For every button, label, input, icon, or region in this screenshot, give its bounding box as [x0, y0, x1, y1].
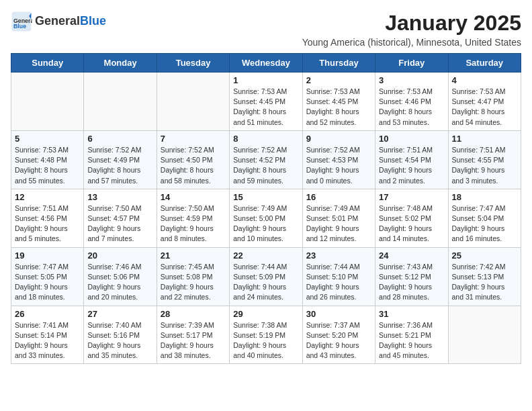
- day-number: 30: [306, 309, 371, 319]
- week-row-3: 19Sunrise: 7:47 AM Sunset: 5:05 PM Dayli…: [11, 247, 521, 306]
- day-info: Sunrise: 7:53 AM Sunset: 4:45 PM Dayligh…: [306, 87, 371, 128]
- day-info: Sunrise: 7:53 AM Sunset: 4:47 PM Dayligh…: [452, 87, 517, 128]
- logo-general-text: General: [35, 14, 80, 28]
- day-number: 13: [87, 192, 152, 202]
- day-number: 19: [15, 250, 80, 261]
- day-info: Sunrise: 7:50 AM Sunset: 4:57 PM Dayligh…: [87, 203, 152, 244]
- calendar-cell: 28Sunrise: 7:39 AM Sunset: 5:17 PM Dayli…: [157, 306, 229, 364]
- calendar-cell: 31Sunrise: 7:36 AM Sunset: 5:21 PM Dayli…: [375, 306, 448, 364]
- day-number: 5: [15, 134, 80, 144]
- day-number: 3: [379, 75, 444, 85]
- day-number: 7: [161, 134, 226, 144]
- calendar-cell: 25Sunrise: 7:42 AM Sunset: 5:13 PM Dayli…: [448, 247, 521, 306]
- day-info: Sunrise: 7:41 AM Sunset: 5:14 PM Dayligh…: [15, 320, 80, 361]
- day-number: 1: [233, 75, 298, 85]
- calendar-subtitle: Young America (historical), Minnesota, U…: [302, 37, 521, 48]
- day-number: 21: [161, 250, 226, 261]
- day-number: 12: [15, 192, 80, 202]
- day-info: Sunrise: 7:50 AM Sunset: 4:59 PM Dayligh…: [161, 203, 226, 244]
- day-number: 17: [379, 192, 444, 202]
- day-number: 16: [306, 192, 371, 202]
- calendar-cell: 3Sunrise: 7:53 AM Sunset: 4:46 PM Daylig…: [375, 73, 448, 131]
- weekday-header-wednesday: Wednesday: [230, 54, 302, 73]
- calendar-cell: 1Sunrise: 7:53 AM Sunset: 4:45 PM Daylig…: [230, 73, 302, 131]
- day-info: Sunrise: 7:53 AM Sunset: 4:45 PM Dayligh…: [233, 87, 298, 128]
- day-info: Sunrise: 7:52 AM Sunset: 4:50 PM Dayligh…: [161, 145, 226, 186]
- day-number: 20: [87, 250, 152, 261]
- day-number: 11: [452, 134, 517, 144]
- calendar-cell: 26Sunrise: 7:41 AM Sunset: 5:14 PM Dayli…: [11, 306, 84, 364]
- logo-icon: General Blue: [11, 11, 32, 32]
- day-info: Sunrise: 7:53 AM Sunset: 4:48 PM Dayligh…: [15, 145, 80, 186]
- calendar-cell: 22Sunrise: 7:44 AM Sunset: 5:09 PM Dayli…: [230, 247, 302, 306]
- day-info: Sunrise: 7:44 AM Sunset: 5:09 PM Dayligh…: [233, 262, 298, 303]
- day-info: Sunrise: 7:38 AM Sunset: 5:19 PM Dayligh…: [233, 320, 298, 361]
- day-number: 4: [452, 75, 517, 85]
- day-number: 29: [233, 309, 298, 319]
- calendar-cell: 6Sunrise: 7:52 AM Sunset: 4:49 PM Daylig…: [84, 130, 157, 189]
- calendar-cell: 2Sunrise: 7:53 AM Sunset: 4:45 PM Daylig…: [302, 73, 375, 131]
- day-info: Sunrise: 7:45 AM Sunset: 5:08 PM Dayligh…: [161, 262, 226, 303]
- calendar-body: 1Sunrise: 7:53 AM Sunset: 4:45 PM Daylig…: [11, 73, 521, 364]
- title-block: January 2025 Young America (historical),…: [302, 11, 521, 48]
- day-number: 25: [452, 250, 517, 261]
- calendar-title: January 2025: [302, 11, 521, 36]
- week-row-2: 12Sunrise: 7:51 AM Sunset: 4:56 PM Dayli…: [11, 189, 521, 247]
- weekday-header-row: SundayMondayTuesdayWednesdayThursdayFrid…: [11, 54, 521, 73]
- calendar-cell: [11, 73, 84, 131]
- weekday-header-saturday: Saturday: [448, 54, 521, 73]
- calendar-cell: 12Sunrise: 7:51 AM Sunset: 4:56 PM Dayli…: [11, 189, 84, 247]
- calendar-cell: 21Sunrise: 7:45 AM Sunset: 5:08 PM Dayli…: [157, 247, 229, 306]
- day-info: Sunrise: 7:37 AM Sunset: 5:20 PM Dayligh…: [306, 320, 371, 361]
- day-info: Sunrise: 7:49 AM Sunset: 5:00 PM Dayligh…: [233, 203, 298, 244]
- weekday-header-monday: Monday: [84, 54, 157, 73]
- day-number: 26: [15, 309, 80, 319]
- day-number: 2: [306, 75, 371, 85]
- day-info: Sunrise: 7:51 AM Sunset: 4:55 PM Dayligh…: [452, 145, 517, 186]
- day-info: Sunrise: 7:46 AM Sunset: 5:06 PM Dayligh…: [87, 262, 152, 303]
- day-number: 27: [87, 309, 152, 319]
- day-info: Sunrise: 7:49 AM Sunset: 5:01 PM Dayligh…: [306, 203, 371, 244]
- calendar-cell: 8Sunrise: 7:52 AM Sunset: 4:52 PM Daylig…: [230, 130, 302, 189]
- calendar-cell: 13Sunrise: 7:50 AM Sunset: 4:57 PM Dayli…: [84, 189, 157, 247]
- day-info: Sunrise: 7:53 AM Sunset: 4:46 PM Dayligh…: [379, 87, 444, 128]
- logo-blue-text: Blue: [80, 14, 106, 28]
- day-number: 18: [452, 192, 517, 202]
- day-info: Sunrise: 7:52 AM Sunset: 4:52 PM Dayligh…: [233, 145, 298, 186]
- day-number: 24: [379, 250, 444, 261]
- day-info: Sunrise: 7:39 AM Sunset: 5:17 PM Dayligh…: [161, 320, 226, 361]
- day-number: 8: [233, 134, 298, 144]
- logo: General Blue GeneralBlue: [11, 11, 106, 32]
- calendar-cell: [448, 306, 521, 364]
- calendar-cell: 29Sunrise: 7:38 AM Sunset: 5:19 PM Dayli…: [230, 306, 302, 364]
- day-number: 6: [87, 134, 152, 144]
- calendar-cell: 5Sunrise: 7:53 AM Sunset: 4:48 PM Daylig…: [11, 130, 84, 189]
- day-info: Sunrise: 7:36 AM Sunset: 5:21 PM Dayligh…: [379, 320, 444, 361]
- day-info: Sunrise: 7:47 AM Sunset: 5:04 PM Dayligh…: [452, 203, 517, 244]
- calendar-cell: 14Sunrise: 7:50 AM Sunset: 4:59 PM Dayli…: [157, 189, 229, 247]
- day-info: Sunrise: 7:47 AM Sunset: 5:05 PM Dayligh…: [15, 262, 80, 303]
- calendar-cell: 24Sunrise: 7:43 AM Sunset: 5:12 PM Dayli…: [375, 247, 448, 306]
- calendar-cell: 18Sunrise: 7:47 AM Sunset: 5:04 PM Dayli…: [448, 189, 521, 247]
- day-info: Sunrise: 7:44 AM Sunset: 5:10 PM Dayligh…: [306, 262, 371, 303]
- day-number: 23: [306, 250, 371, 261]
- calendar-cell: [157, 73, 229, 131]
- day-number: 22: [233, 250, 298, 261]
- calendar-cell: 17Sunrise: 7:48 AM Sunset: 5:02 PM Dayli…: [375, 189, 448, 247]
- day-number: 31: [379, 309, 444, 319]
- day-info: Sunrise: 7:51 AM Sunset: 4:54 PM Dayligh…: [379, 145, 444, 186]
- week-row-1: 5Sunrise: 7:53 AM Sunset: 4:48 PM Daylig…: [11, 130, 521, 189]
- day-number: 10: [379, 134, 444, 144]
- calendar-cell: 9Sunrise: 7:52 AM Sunset: 4:53 PM Daylig…: [302, 130, 375, 189]
- calendar-cell: [84, 73, 157, 131]
- day-info: Sunrise: 7:52 AM Sunset: 4:49 PM Dayligh…: [87, 145, 152, 186]
- calendar-cell: 16Sunrise: 7:49 AM Sunset: 5:01 PM Dayli…: [302, 189, 375, 247]
- day-info: Sunrise: 7:42 AM Sunset: 5:13 PM Dayligh…: [452, 262, 517, 303]
- day-number: 28: [161, 309, 226, 319]
- weekday-header-thursday: Thursday: [302, 54, 375, 73]
- week-row-4: 26Sunrise: 7:41 AM Sunset: 5:14 PM Dayli…: [11, 306, 521, 364]
- calendar-cell: 20Sunrise: 7:46 AM Sunset: 5:06 PM Dayli…: [84, 247, 157, 306]
- day-number: 9: [306, 134, 371, 144]
- weekday-header-friday: Friday: [375, 54, 448, 73]
- day-number: 14: [161, 192, 226, 202]
